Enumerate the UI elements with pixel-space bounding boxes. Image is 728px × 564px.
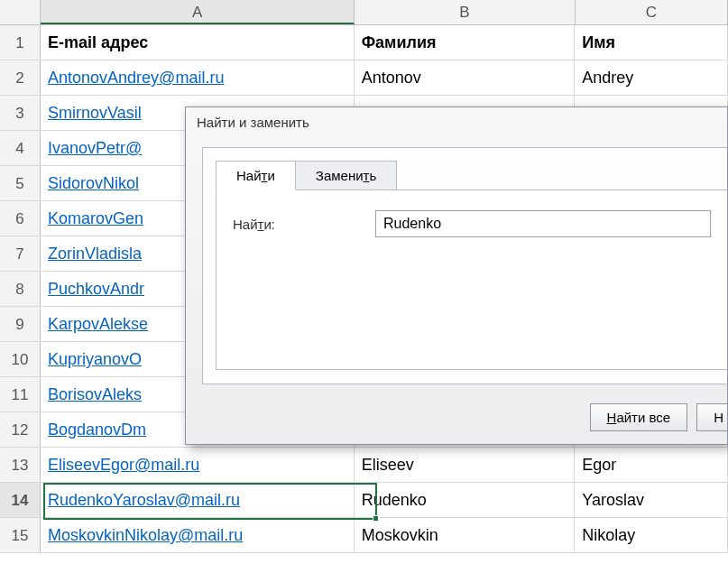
find-label: Найти: <box>233 217 350 232</box>
data-row: 2AntonovAndrey@mail.ruAntonovAndrey <box>0 60 728 96</box>
column-header-B[interactable]: B <box>355 0 576 24</box>
cell-email[interactable]: EliseevEgor@mail.ru <box>41 448 355 482</box>
row-header[interactable]: 8 <box>0 272 41 306</box>
dialog-body: Найти Заменить Найти: <box>202 147 727 384</box>
row-header[interactable]: 1 <box>0 25 41 60</box>
find-field-row: Найти: <box>233 210 711 237</box>
column-header-A[interactable]: A <box>41 0 355 24</box>
data-row: 1 E-mail адрес Фамилия Имя <box>0 25 728 60</box>
dialog-button-bar: Найти все Н <box>590 403 727 431</box>
find-replace-dialog: Найти и заменить Найти Заменить Найти: Н… <box>185 106 728 445</box>
dialog-tabs: Найти Заменить <box>216 161 727 190</box>
row-header[interactable]: 15 <box>0 518 41 552</box>
column-header-row: A B C <box>0 0 728 25</box>
cell-firstname[interactable]: Andrey <box>575 60 728 95</box>
row-header[interactable]: 12 <box>0 412 41 447</box>
row-header[interactable]: 7 <box>0 236 41 271</box>
row-header[interactable]: 14 <box>0 483 41 517</box>
find-next-button[interactable]: Н <box>696 403 727 431</box>
cell-firstname[interactable]: Nikolay <box>575 518 728 552</box>
data-row: 13EliseevEgor@mail.ruEliseevEgor <box>0 448 728 483</box>
cell[interactable]: E-mail адрес <box>41 25 355 60</box>
data-row: 14RudenkoYaroslav@mail.ruRudenkoYaroslav <box>0 483 728 518</box>
tab-replace[interactable]: Заменить <box>295 161 397 190</box>
cell-lastname[interactable]: Antonov <box>355 60 576 95</box>
find-all-button[interactable]: Найти все <box>590 403 688 431</box>
row-header[interactable]: 3 <box>0 96 41 130</box>
cell[interactable]: Имя <box>575 25 728 60</box>
cell-lastname[interactable]: Moskovkin <box>355 518 576 552</box>
row-header[interactable]: 9 <box>0 307 41 341</box>
row-header[interactable]: 2 <box>0 60 41 95</box>
select-all-corner[interactable] <box>0 0 41 24</box>
row-header[interactable]: 13 <box>0 448 41 482</box>
cell-email[interactable]: RudenkoYaroslav@mail.ru <box>41 483 355 517</box>
tab-find[interactable]: Найти <box>216 161 296 190</box>
row-header[interactable]: 10 <box>0 342 41 376</box>
row-header[interactable]: 6 <box>0 201 41 236</box>
row-header[interactable]: 11 <box>0 377 41 411</box>
cell-email[interactable]: MoskovkinNikolay@mail.ru <box>41 518 355 552</box>
cell-lastname[interactable]: Rudenko <box>355 483 576 517</box>
cell-firstname[interactable]: Egor <box>575 448 728 482</box>
row-header[interactable]: 4 <box>0 131 41 165</box>
column-header-C[interactable]: C <box>576 0 728 24</box>
data-row: 15MoskovkinNikolay@mail.ruMoskovkinNikol… <box>0 518 728 553</box>
cell-firstname[interactable]: Yaroslav <box>575 483 728 517</box>
row-header[interactable]: 5 <box>0 166 41 200</box>
dialog-title: Найти и заменить <box>186 107 727 134</box>
cell[interactable]: Фамилия <box>355 25 576 60</box>
cell-lastname[interactable]: Eliseev <box>355 448 576 482</box>
tab-panel-find: Найти: <box>216 190 727 370</box>
cell-email[interactable]: AntonovAndrey@mail.ru <box>41 60 355 95</box>
find-input[interactable] <box>375 210 711 237</box>
